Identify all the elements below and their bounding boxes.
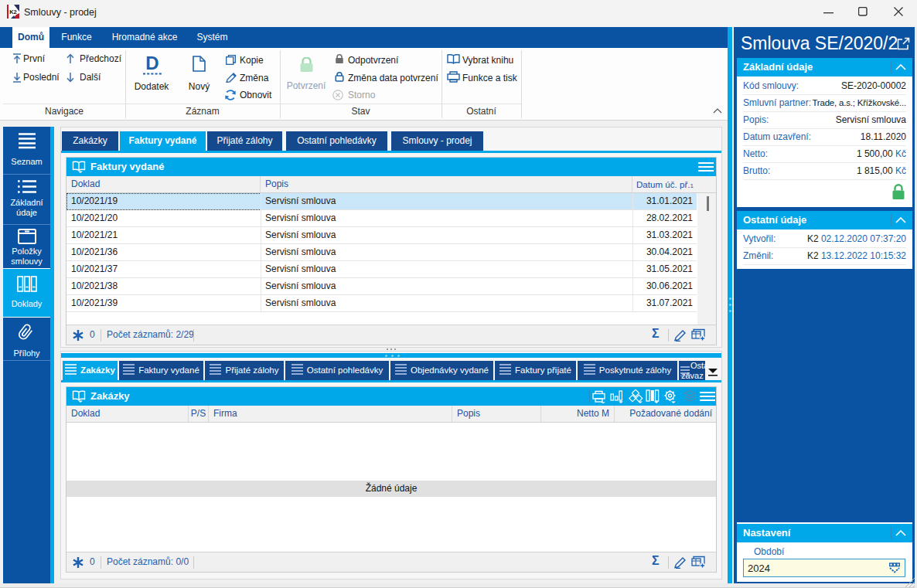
svg-text:K2: K2 — [9, 8, 17, 15]
